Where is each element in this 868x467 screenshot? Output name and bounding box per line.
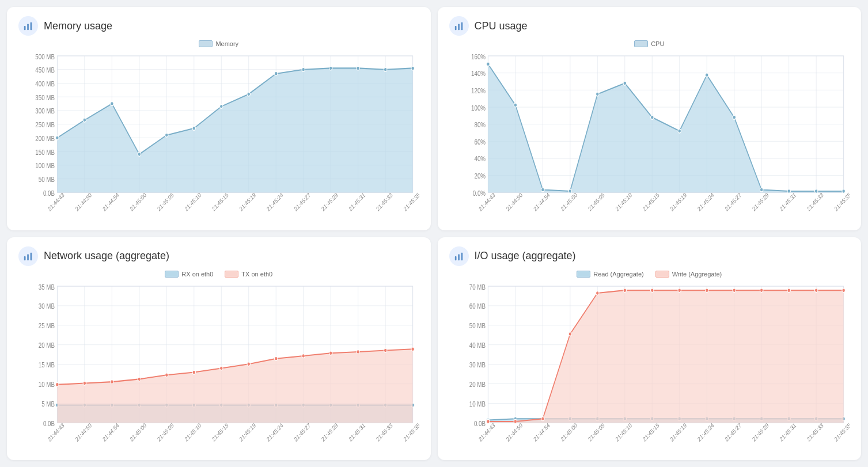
svg-text:21:44:50: 21:44:50	[74, 191, 93, 212]
svg-point-57	[138, 152, 141, 156]
svg-text:10 MB: 10 MB	[469, 400, 485, 407]
svg-text:70 MB: 70 MB	[469, 283, 485, 290]
svg-text:60%: 60%	[474, 138, 486, 146]
svg-point-270	[486, 419, 489, 423]
svg-text:160%: 160%	[471, 52, 486, 60]
svg-text:21:45:05: 21:45:05	[587, 191, 605, 212]
legend-cpu: CPU	[449, 40, 850, 47]
svg-point-199	[192, 370, 195, 374]
legend-swatch	[577, 271, 590, 278]
svg-point-123	[623, 81, 626, 85]
svg-rect-70	[461, 22, 463, 31]
svg-point-126	[705, 73, 708, 77]
svg-text:21:45:05: 21:45:05	[156, 191, 175, 212]
svg-text:300 MB: 300 MB	[35, 107, 55, 115]
chart-io: 70 MB60 MB50 MB40 MB30 MB20 MB10 MB0.0B2…	[449, 280, 850, 455]
legend-swatch	[199, 40, 213, 47]
svg-text:21:45:31: 21:45:31	[348, 421, 366, 442]
legend-io: Read (Aggregate)Write (Aggregate)	[449, 271, 850, 278]
legend-item: CPU	[634, 40, 664, 47]
svg-point-56	[111, 102, 113, 106]
legend-network: RX on eth0TX on eth0	[18, 271, 419, 278]
svg-text:30 MB: 30 MB	[469, 361, 485, 369]
svg-point-275	[623, 288, 626, 292]
legend-label: Read (Aggregate)	[593, 271, 643, 278]
svg-point-60	[220, 104, 223, 108]
panel-title-io: I/O usage (aggregate)	[475, 250, 576, 262]
svg-text:15 MB: 15 MB	[39, 361, 55, 369]
svg-text:21:45:24: 21:45:24	[696, 421, 715, 442]
svg-text:0.0B: 0.0B	[43, 189, 55, 197]
svg-text:21:44:50: 21:44:50	[505, 421, 523, 442]
svg-text:50 MB: 50 MB	[469, 322, 485, 329]
svg-point-273	[568, 332, 571, 336]
svg-point-197	[138, 377, 141, 381]
svg-rect-68	[454, 26, 456, 30]
svg-text:21:45:29: 21:45:29	[751, 421, 770, 442]
svg-text:35 MB: 35 MB	[39, 283, 55, 290]
svg-text:21:45:24: 21:45:24	[266, 191, 284, 212]
svg-rect-69	[458, 24, 460, 30]
svg-point-125	[678, 129, 681, 133]
svg-point-55	[83, 118, 86, 122]
svg-text:21:44:50: 21:44:50	[74, 421, 93, 442]
chart-bar-icon	[18, 246, 38, 266]
svg-text:40 MB: 40 MB	[469, 341, 485, 349]
panel-header-memory: Memory usage	[18, 16, 419, 36]
svg-io: 70 MB60 MB50 MB40 MB30 MB20 MB10 MB0.0B2…	[449, 280, 850, 455]
svg-point-121	[568, 189, 571, 193]
svg-text:21:45:27: 21:45:27	[293, 191, 312, 212]
svg-text:21:44:54: 21:44:54	[101, 191, 120, 212]
panel-memory: Memory usageMemory500 MB450 MB400 MB350 …	[7, 7, 431, 230]
svg-network: 35 MB30 MB25 MB20 MB15 MB10 MB5 MB0.0B21…	[18, 280, 419, 455]
svg-text:21:45:19: 21:45:19	[238, 421, 257, 442]
svg-text:10 MB: 10 MB	[39, 380, 55, 388]
svg-rect-208	[454, 256, 456, 260]
svg-text:20 MB: 20 MB	[39, 341, 55, 349]
svg-text:21:45:15: 21:45:15	[211, 191, 229, 212]
svg-point-122	[596, 92, 598, 96]
svg-point-198	[165, 373, 168, 377]
panel-network: Network usage (aggregate)RX on eth0TX on…	[7, 237, 431, 461]
svg-text:0.0B: 0.0B	[43, 419, 55, 427]
chart-bar-icon	[449, 16, 469, 36]
svg-text:0.0B: 0.0B	[473, 419, 485, 427]
svg-point-124	[650, 115, 653, 119]
svg-text:21:45:31: 21:45:31	[778, 191, 797, 212]
svg-text:21:45:31: 21:45:31	[778, 421, 797, 442]
legend-swatch	[634, 40, 648, 47]
svg-text:0.0%: 0.0%	[472, 189, 485, 197]
svg-text:21:45:27: 21:45:27	[723, 421, 742, 442]
svg-text:200 MB: 200 MB	[35, 135, 55, 142]
svg-text:140%: 140%	[471, 70, 486, 77]
chart-cpu: 160%140%120%100%80%60%40%20%0.0%21:44:43…	[449, 50, 850, 225]
svg-text:100 MB: 100 MB	[35, 162, 55, 169]
svg-cpu: 160%140%120%100%80%60%40%20%0.0%21:44:43…	[449, 50, 850, 225]
panel-header-cpu: CPU usage	[449, 16, 850, 36]
svg-text:21:45:00: 21:45:00	[129, 191, 147, 212]
svg-text:21:45:10: 21:45:10	[184, 191, 202, 212]
svg-point-205	[357, 350, 359, 354]
svg-text:20 MB: 20 MB	[469, 380, 485, 388]
svg-rect-2	[31, 22, 32, 31]
svg-text:21:45:05: 21:45:05	[156, 421, 175, 442]
legend-memory: Memory	[18, 40, 419, 47]
svg-point-65	[357, 66, 359, 70]
svg-point-196	[111, 379, 113, 384]
panel-title-cpu: CPU usage	[475, 20, 528, 32]
svg-point-61	[247, 92, 250, 96]
svg-point-274	[596, 291, 598, 295]
svg-text:21:45:10: 21:45:10	[614, 421, 632, 442]
svg-point-64	[329, 66, 332, 70]
dashboard-grid: Memory usageMemory500 MB450 MB400 MB350 …	[7, 7, 861, 460]
svg-point-283	[842, 288, 844, 292]
svg-text:21:45:15: 21:45:15	[642, 421, 660, 442]
svg-text:21:45:29: 21:45:29	[751, 191, 770, 212]
svg-text:21:45:33: 21:45:33	[375, 191, 393, 212]
svg-text:20%: 20%	[474, 172, 486, 180]
svg-rect-134	[31, 252, 32, 260]
svg-text:21:45:29: 21:45:29	[320, 421, 339, 442]
svg-point-54	[56, 136, 59, 140]
chart-memory: 500 MB450 MB400 MB350 MB300 MB250 MB200 …	[18, 50, 419, 225]
legend-item: Read (Aggregate)	[577, 271, 643, 278]
